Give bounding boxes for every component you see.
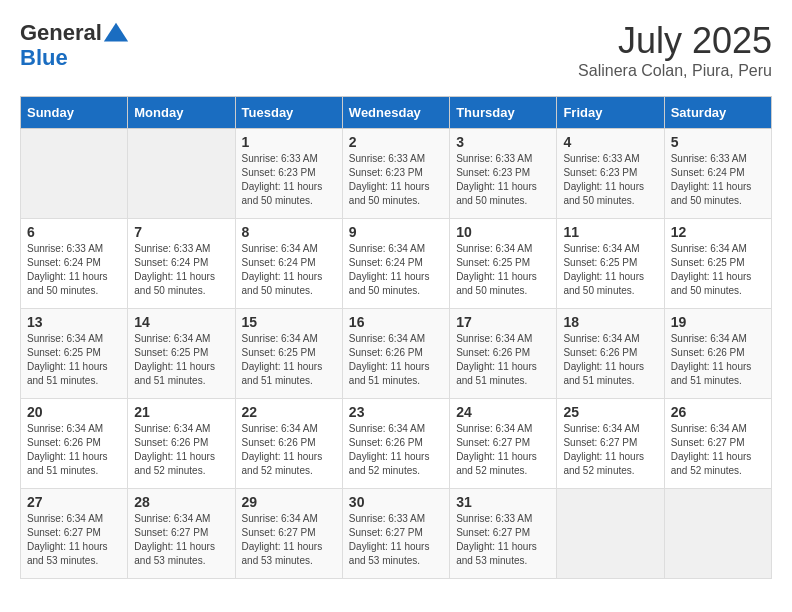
week-row-5: 27Sunrise: 6:34 AM Sunset: 6:27 PM Dayli…: [21, 489, 772, 579]
table-cell: 16Sunrise: 6:34 AM Sunset: 6:26 PM Dayli…: [342, 309, 449, 399]
day-info: Sunrise: 6:34 AM Sunset: 6:26 PM Dayligh…: [349, 332, 443, 388]
header-day-wednesday: Wednesday: [342, 97, 449, 129]
header-day-monday: Monday: [128, 97, 235, 129]
header-day-thursday: Thursday: [450, 97, 557, 129]
day-number: 27: [27, 494, 121, 510]
day-number: 14: [134, 314, 228, 330]
day-number: 9: [349, 224, 443, 240]
table-cell: 24Sunrise: 6:34 AM Sunset: 6:27 PM Dayli…: [450, 399, 557, 489]
table-cell: [664, 489, 771, 579]
table-cell: 26Sunrise: 6:34 AM Sunset: 6:27 PM Dayli…: [664, 399, 771, 489]
table-cell: 14Sunrise: 6:34 AM Sunset: 6:25 PM Dayli…: [128, 309, 235, 399]
table-cell: 30Sunrise: 6:33 AM Sunset: 6:27 PM Dayli…: [342, 489, 449, 579]
week-row-4: 20Sunrise: 6:34 AM Sunset: 6:26 PM Dayli…: [21, 399, 772, 489]
table-cell: 9Sunrise: 6:34 AM Sunset: 6:24 PM Daylig…: [342, 219, 449, 309]
day-info: Sunrise: 6:34 AM Sunset: 6:27 PM Dayligh…: [242, 512, 336, 568]
day-number: 28: [134, 494, 228, 510]
table-cell: 23Sunrise: 6:34 AM Sunset: 6:26 PM Dayli…: [342, 399, 449, 489]
table-cell: 1Sunrise: 6:33 AM Sunset: 6:23 PM Daylig…: [235, 129, 342, 219]
day-info: Sunrise: 6:33 AM Sunset: 6:24 PM Dayligh…: [671, 152, 765, 208]
table-cell: 15Sunrise: 6:34 AM Sunset: 6:25 PM Dayli…: [235, 309, 342, 399]
header-day-tuesday: Tuesday: [235, 97, 342, 129]
day-number: 5: [671, 134, 765, 150]
day-info: Sunrise: 6:34 AM Sunset: 6:26 PM Dayligh…: [456, 332, 550, 388]
day-info: Sunrise: 6:34 AM Sunset: 6:27 PM Dayligh…: [27, 512, 121, 568]
table-cell: 17Sunrise: 6:34 AM Sunset: 6:26 PM Dayli…: [450, 309, 557, 399]
table-cell: 8Sunrise: 6:34 AM Sunset: 6:24 PM Daylig…: [235, 219, 342, 309]
table-cell: 25Sunrise: 6:34 AM Sunset: 6:27 PM Dayli…: [557, 399, 664, 489]
table-cell: [557, 489, 664, 579]
location: Salinera Colan, Piura, Peru: [578, 62, 772, 80]
day-number: 30: [349, 494, 443, 510]
day-info: Sunrise: 6:34 AM Sunset: 6:25 PM Dayligh…: [242, 332, 336, 388]
day-number: 1: [242, 134, 336, 150]
table-cell: 12Sunrise: 6:34 AM Sunset: 6:25 PM Dayli…: [664, 219, 771, 309]
day-number: 31: [456, 494, 550, 510]
day-number: 12: [671, 224, 765, 240]
day-info: Sunrise: 6:34 AM Sunset: 6:26 PM Dayligh…: [349, 422, 443, 478]
day-number: 10: [456, 224, 550, 240]
table-cell: 4Sunrise: 6:33 AM Sunset: 6:23 PM Daylig…: [557, 129, 664, 219]
week-row-2: 6Sunrise: 6:33 AM Sunset: 6:24 PM Daylig…: [21, 219, 772, 309]
day-info: Sunrise: 6:34 AM Sunset: 6:27 PM Dayligh…: [134, 512, 228, 568]
day-info: Sunrise: 6:33 AM Sunset: 6:24 PM Dayligh…: [27, 242, 121, 298]
day-number: 3: [456, 134, 550, 150]
day-info: Sunrise: 6:34 AM Sunset: 6:24 PM Dayligh…: [349, 242, 443, 298]
day-info: Sunrise: 6:34 AM Sunset: 6:25 PM Dayligh…: [563, 242, 657, 298]
table-cell: 21Sunrise: 6:34 AM Sunset: 6:26 PM Dayli…: [128, 399, 235, 489]
day-number: 15: [242, 314, 336, 330]
day-number: 11: [563, 224, 657, 240]
table-cell: 18Sunrise: 6:34 AM Sunset: 6:26 PM Dayli…: [557, 309, 664, 399]
day-number: 6: [27, 224, 121, 240]
day-number: 19: [671, 314, 765, 330]
day-info: Sunrise: 6:34 AM Sunset: 6:26 PM Dayligh…: [563, 332, 657, 388]
day-info: Sunrise: 6:33 AM Sunset: 6:23 PM Dayligh…: [349, 152, 443, 208]
table-cell: 7Sunrise: 6:33 AM Sunset: 6:24 PM Daylig…: [128, 219, 235, 309]
day-number: 29: [242, 494, 336, 510]
table-cell: 6Sunrise: 6:33 AM Sunset: 6:24 PM Daylig…: [21, 219, 128, 309]
table-cell: 29Sunrise: 6:34 AM Sunset: 6:27 PM Dayli…: [235, 489, 342, 579]
day-number: 21: [134, 404, 228, 420]
svg-marker-0: [104, 23, 128, 42]
day-number: 7: [134, 224, 228, 240]
day-info: Sunrise: 6:33 AM Sunset: 6:27 PM Dayligh…: [349, 512, 443, 568]
table-cell: 13Sunrise: 6:34 AM Sunset: 6:25 PM Dayli…: [21, 309, 128, 399]
day-info: Sunrise: 6:34 AM Sunset: 6:27 PM Dayligh…: [671, 422, 765, 478]
day-info: Sunrise: 6:34 AM Sunset: 6:26 PM Dayligh…: [27, 422, 121, 478]
calendar-table: SundayMondayTuesdayWednesdayThursdayFrid…: [20, 96, 772, 579]
day-info: Sunrise: 6:34 AM Sunset: 6:25 PM Dayligh…: [134, 332, 228, 388]
month-year: July 2025: [578, 20, 772, 62]
day-info: Sunrise: 6:34 AM Sunset: 6:27 PM Dayligh…: [563, 422, 657, 478]
table-cell: [128, 129, 235, 219]
week-row-3: 13Sunrise: 6:34 AM Sunset: 6:25 PM Dayli…: [21, 309, 772, 399]
logo-general-text: General: [20, 21, 102, 45]
table-cell: 20Sunrise: 6:34 AM Sunset: 6:26 PM Dayli…: [21, 399, 128, 489]
day-number: 26: [671, 404, 765, 420]
day-number: 8: [242, 224, 336, 240]
day-info: Sunrise: 6:34 AM Sunset: 6:24 PM Dayligh…: [242, 242, 336, 298]
day-info: Sunrise: 6:34 AM Sunset: 6:26 PM Dayligh…: [671, 332, 765, 388]
table-cell: 5Sunrise: 6:33 AM Sunset: 6:24 PM Daylig…: [664, 129, 771, 219]
header-day-friday: Friday: [557, 97, 664, 129]
header-day-sunday: Sunday: [21, 97, 128, 129]
day-info: Sunrise: 6:34 AM Sunset: 6:26 PM Dayligh…: [134, 422, 228, 478]
day-number: 2: [349, 134, 443, 150]
day-number: 18: [563, 314, 657, 330]
title-section: July 2025 Salinera Colan, Piura, Peru: [578, 20, 772, 80]
logo-icon: [102, 20, 130, 46]
table-cell: 28Sunrise: 6:34 AM Sunset: 6:27 PM Dayli…: [128, 489, 235, 579]
page-header: GeneralBlue July 2025 Salinera Colan, Pi…: [20, 20, 772, 80]
calendar-header-row: SundayMondayTuesdayWednesdayThursdayFrid…: [21, 97, 772, 129]
day-info: Sunrise: 6:34 AM Sunset: 6:25 PM Dayligh…: [27, 332, 121, 388]
day-number: 24: [456, 404, 550, 420]
day-number: 23: [349, 404, 443, 420]
day-number: 20: [27, 404, 121, 420]
table-cell: 27Sunrise: 6:34 AM Sunset: 6:27 PM Dayli…: [21, 489, 128, 579]
day-number: 16: [349, 314, 443, 330]
table-cell: [21, 129, 128, 219]
day-info: Sunrise: 6:33 AM Sunset: 6:27 PM Dayligh…: [456, 512, 550, 568]
table-cell: 3Sunrise: 6:33 AM Sunset: 6:23 PM Daylig…: [450, 129, 557, 219]
header-day-saturday: Saturday: [664, 97, 771, 129]
day-info: Sunrise: 6:33 AM Sunset: 6:23 PM Dayligh…: [456, 152, 550, 208]
day-number: 22: [242, 404, 336, 420]
